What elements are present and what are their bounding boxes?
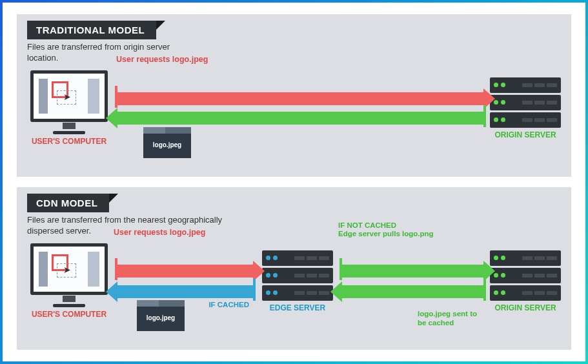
send-arrow-icon <box>340 285 486 298</box>
edge-server: EDGE SERVER <box>262 250 333 312</box>
request-arrow-icon <box>115 92 486 105</box>
edge-origin-arrows: IF NOT CACHED Edge server pulls logo.png… <box>336 239 490 323</box>
screen-content: ➤ <box>36 249 102 289</box>
pull-arrow-icon <box>340 265 486 278</box>
response-arrow-icon <box>115 112 486 125</box>
user-computer: ➤ USER'S COMPUTER <box>27 243 111 319</box>
panel-header: CDN MODEL <box>27 194 109 212</box>
cdn-panel: CDN MODEL Files are transferred from the… <box>17 187 571 350</box>
arrow-tail <box>253 279 256 301</box>
diagram-container: TRADITIONAL MODEL Files are transferred … <box>3 3 585 361</box>
request-label: User requests logo.jpeg <box>114 228 205 237</box>
traditional-panel: TRADITIONAL MODEL Files are transferred … <box>17 14 571 177</box>
edge-origin-pull-arrow <box>340 263 486 279</box>
monitor-icon: ➤ <box>30 243 108 295</box>
server-unit-icon <box>490 285 561 301</box>
arrow-tail <box>483 279 486 301</box>
server-unit-icon <box>262 250 333 266</box>
screen-content: ➤ <box>36 76 102 116</box>
request-arrow-icon <box>115 265 256 278</box>
user-computer-label: USER'S COMPUTER <box>27 310 111 319</box>
panel-title: CDN MODEL <box>27 194 109 212</box>
panel-title: TRADITIONAL MODEL <box>27 21 156 39</box>
request-label: User requests logo.jpeg <box>116 55 208 64</box>
server-unit-icon <box>490 112 561 128</box>
user-edge-request-arrow <box>115 263 256 279</box>
origin-server: ORIGIN SERVER <box>490 250 561 312</box>
if-not-cached-block: IF NOT CACHED Edge server pulls logo.png <box>338 221 434 238</box>
fold-decoration <box>109 194 118 203</box>
request-arrow-row <box>115 90 486 107</box>
origin-server: ORIGIN SERVER <box>490 77 561 139</box>
cdn-row: ➤ USER'S COMPUTER User requests logo.jpe… <box>27 239 561 323</box>
sent-back-label: logo.jpeg sent to be cached <box>418 310 482 327</box>
file-name-label: logo.jpeg <box>137 307 185 321</box>
monitor-icon: ➤ <box>30 70 108 122</box>
fold-decoration <box>156 21 165 30</box>
origin-server-label: ORIGIN SERVER <box>490 130 561 139</box>
arrow-tail <box>483 105 486 127</box>
if-cached-label: IF CACHED <box>208 301 249 309</box>
panel-header: TRADITIONAL MODEL <box>27 21 156 39</box>
server-unit-icon <box>490 268 561 283</box>
sidebar-graphic <box>39 79 48 114</box>
response-arrow-row <box>115 110 486 126</box>
traditional-row: ➤ USER'S COMPUTER User requests logo.jpe… <box>27 66 561 150</box>
server-unit-icon <box>262 285 333 301</box>
user-computer: ➤ USER'S COMPUTER <box>27 70 111 146</box>
file-icon: logo.jpeg <box>143 127 191 158</box>
server-unit-icon <box>490 250 561 266</box>
origin-server-label: ORIGIN SERVER <box>490 303 561 312</box>
edge-origin-send-arrow <box>340 283 486 300</box>
edge-server-label: EDGE SERVER <box>262 303 333 312</box>
server-unit-icon <box>490 95 561 110</box>
screen-main: ➤ <box>49 79 86 114</box>
sidebar2-graphic <box>88 79 99 114</box>
cursor-icon: ➤ <box>63 265 71 275</box>
file-name-label: logo.jpeg <box>143 134 191 148</box>
server-unit-icon <box>262 268 333 283</box>
cursor-icon: ➤ <box>63 92 71 102</box>
monitor-stand <box>53 304 85 307</box>
cached-arrow-icon <box>115 285 256 298</box>
file-icon: logo.jpeg <box>137 300 185 331</box>
not-cached-sub: Edge server pulls logo.png <box>338 230 434 238</box>
not-cached-heading: IF NOT CACHED <box>338 221 434 230</box>
server-unit-icon <box>490 77 561 93</box>
screen-main: ➤ <box>49 252 86 287</box>
sidebar-graphic <box>39 252 48 287</box>
user-edge-response-arrow <box>115 283 256 300</box>
user-edge-arrows: User requests logo.jpeg IF CACHED logo.j… <box>111 239 259 323</box>
user-computer-label: USER'S COMPUTER <box>27 137 111 146</box>
sidebar2-graphic <box>88 252 99 287</box>
traditional-arrows: User requests logo.jpeg logo.jpeg <box>111 66 490 150</box>
monitor-stand <box>53 131 85 134</box>
